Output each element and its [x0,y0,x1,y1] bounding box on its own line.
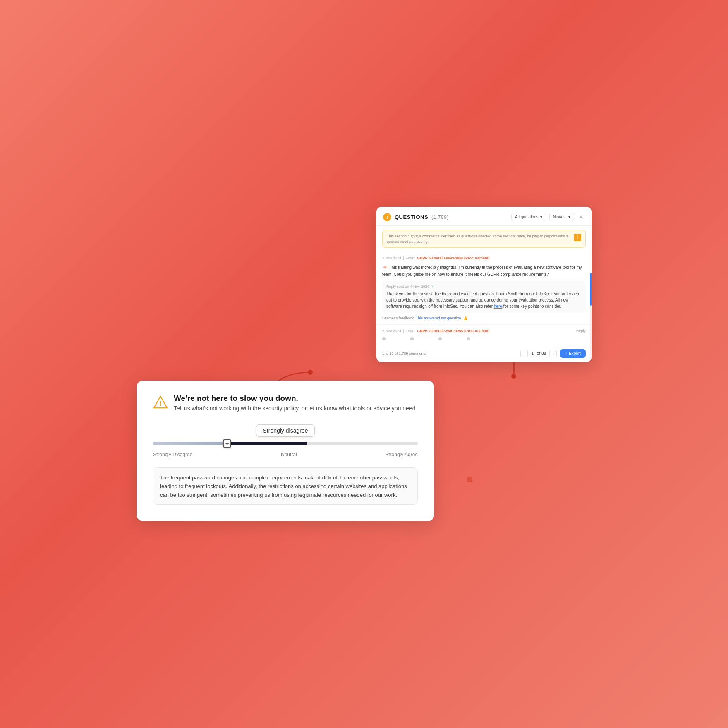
feedback-panel: ! We're not here to slow you down. Tell … [136,381,434,521]
feedback-title: We're not here to slow you down. [174,394,415,403]
close-button[interactable]: ✕ [577,213,585,221]
warning-icon: ! [153,395,168,410]
reply-section-1: Reply sent on 4 Nov 2024 ✓ Thank you for… [382,281,586,313]
panel-footer: 1 to 10 of 1,789 comments ‹ 1 of 88 › ↑ … [376,345,592,362]
export-icon: ↑ [565,351,567,356]
pagination-info: 1 to 10 of 1,789 comments [382,352,426,356]
scrollbar-thumb [590,273,592,306]
feedback-textarea[interactable] [153,467,418,505]
questions-panel: ! QUESTIONS (1,789) All questions ▾ Newe… [376,207,592,362]
reply-meta-1: Reply sent on 4 Nov 2024 ✓ [386,284,582,289]
total-pages: of 88 [537,351,546,356]
info-banner: This section displays comments identifie… [382,230,586,248]
slider-fill-left [153,442,227,445]
feedback-subtitle: Tell us what's not working with the secu… [174,405,415,413]
slider-tooltip-area: Strongly disagree ◂▸ [153,424,418,449]
svg-point-1 [511,374,516,379]
check-icon: ✓ [431,284,434,289]
info-icon: ! [574,234,581,241]
slider-label-left: Strongly Disagree [153,452,192,457]
comment-text-1: ➜ This training was incredibly insightfu… [382,263,586,278]
feedback-link[interactable]: This answered my question. 👍 [416,316,468,320]
questions-header: ! QUESTIONS (1,789) All questions ▾ Newe… [376,207,592,226]
prev-page-button[interactable]: ‹ [520,350,528,357]
pagination-controls: ‹ 1 of 88 › ↑ Export [520,349,586,358]
feedback-header: ! We're not here to slow you down. Tell … [153,394,418,413]
slider-track[interactable]: ◂▸ [153,442,418,445]
dot-bottom [467,477,472,482]
reply-text-1: Thank you for the positive feedback and … [386,291,582,309]
svg-point-0 [308,370,313,375]
svg-text:!: ! [159,400,161,407]
comment-meta-1: 2 Nov 2024 | From: GDPR General Awarenes… [382,256,586,260]
export-button[interactable]: ↑ Export [560,349,586,358]
reply-link[interactable]: here [494,304,502,309]
questions-icon: ! [383,213,391,221]
learner-feedback-1: Learner's feedback: This answered my que… [382,316,586,320]
newest-filter[interactable]: Newest ▾ [549,213,574,221]
next-page-button[interactable]: › [549,350,557,357]
slider-label-center: Neutral [281,452,297,457]
comment-entry-1: 2 Nov 2024 | From: GDPR General Awarenes… [376,252,592,325]
info-banner-text: This section displays comments identifie… [387,234,570,244]
scrollbar[interactable] [590,273,592,362]
reply-button-2[interactable]: Reply [576,329,586,333]
slider-fill-right [227,442,307,445]
questions-count: (1,789) [431,214,448,220]
comment-meta-2: 2 Nov 2024 | From: GDPR General Awarenes… [382,329,489,333]
current-page[interactable]: 1 [531,351,534,356]
slider-track-container: ◂▸ [153,442,418,445]
comment-entry-2: 2 Nov 2024 | From: GDPR General Awarenes… [376,325,592,345]
slider-labels: Strongly Disagree Neutral Strongly Agree [153,452,418,457]
slider-handle[interactable]: ◂▸ [223,439,231,448]
questions-title-area: ! QUESTIONS (1,789) [383,213,448,221]
slider-tooltip: Strongly disagree [256,424,315,437]
slider-label-right: Strongly Agree [385,452,418,457]
slider-handle-arrows: ◂▸ [225,441,229,445]
questions-title: QUESTIONS [395,214,428,220]
all-questions-filter[interactable]: All questions ▾ [511,213,546,221]
